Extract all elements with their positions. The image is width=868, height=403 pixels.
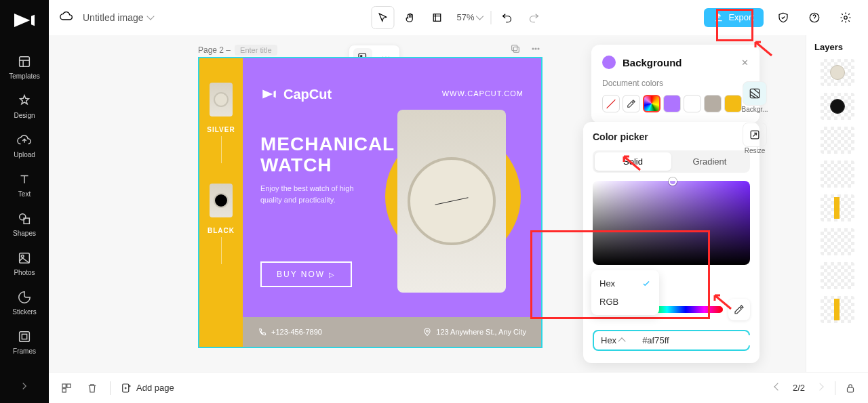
hex-input-row: Hex — [593, 330, 750, 351]
duplicate-page-button[interactable] — [510, 43, 521, 56]
trash-icon — [86, 382, 98, 394]
sidebar-label-frames: Frames — [13, 347, 36, 355]
layer-item[interactable] — [821, 93, 854, 120]
redo-button[interactable] — [523, 6, 546, 29]
buy-label: BUY NOW — [277, 270, 325, 279]
svg-point-14 — [532, 48, 534, 49]
export-button[interactable]: Export — [704, 8, 764, 27]
sidebar-item-stickers[interactable]: Stickers — [0, 283, 49, 322]
hand-tool-button[interactable] — [398, 6, 421, 29]
eyedropper-icon — [734, 304, 745, 315]
crop-tool-button[interactable] — [425, 6, 448, 29]
layer-item[interactable] — [821, 262, 854, 289]
saturation-area[interactable] — [593, 181, 750, 265]
page-label: Page 2 – Enter title — [198, 45, 277, 56]
delete-page-button[interactable] — [84, 380, 100, 396]
eyedropper-icon — [627, 99, 636, 108]
color-transparent[interactable] — [602, 95, 620, 112]
format-menu: Hex RGB — [591, 270, 659, 315]
sidebar-expand-button[interactable] — [14, 376, 35, 396]
sidebar-item-text[interactable]: Text — [0, 165, 49, 205]
svg-rect-26 — [67, 384, 71, 387]
text-icon — [17, 172, 32, 187]
tab-solid[interactable]: Solid — [595, 152, 671, 171]
design-canvas[interactable]: SILVER BLACK CapCut WWW.CAPCUT.COM MECHA… — [198, 57, 542, 348]
svg-rect-13 — [512, 45, 517, 51]
project-title[interactable]: Untitled image — [83, 12, 153, 23]
help-button[interactable] — [803, 6, 826, 29]
page-title-input[interactable]: Enter title — [235, 45, 277, 56]
resize-tool-button[interactable]: Resize — [735, 120, 774, 157]
hand-icon — [403, 12, 416, 24]
layer-item[interactable] — [821, 161, 854, 188]
layer-item[interactable] — [821, 228, 854, 255]
strip-label-silver: SILVER — [207, 126, 235, 133]
lock-button[interactable] — [842, 380, 859, 396]
select-tool-button[interactable] — [371, 6, 394, 29]
crop-icon — [431, 12, 443, 24]
cursor-icon — [376, 12, 389, 24]
headline: MECHANICAL WATCH — [260, 134, 395, 176]
color-purple[interactable] — [663, 95, 681, 112]
more-icon — [530, 43, 541, 54]
color-white[interactable] — [684, 95, 701, 112]
settings-button[interactable] — [834, 6, 857, 29]
right-tool-strip: Backgr... Resize — [735, 79, 774, 157]
hex-value-input[interactable] — [631, 335, 756, 345]
prev-page-button[interactable] — [770, 380, 786, 396]
layer-item[interactable] — [821, 127, 854, 154]
cloud-sync-button[interactable] — [60, 9, 73, 25]
picker-tabs: Solid Gradient — [593, 150, 750, 173]
sidebar-label-photos: Photos — [14, 269, 35, 276]
strip-label-black: BLACK — [208, 227, 235, 234]
sidebar-item-design[interactable]: Design — [0, 87, 49, 126]
undo-button[interactable] — [496, 6, 519, 29]
color-gray[interactable] — [704, 95, 722, 112]
undo-icon — [501, 12, 513, 24]
page-more-button[interactable] — [530, 43, 541, 56]
grid-icon — [60, 382, 73, 394]
phone-text: +123-456-7890 — [271, 328, 322, 336]
eyedropper-button[interactable] — [728, 299, 750, 320]
design-icon — [17, 93, 32, 108]
color-picker-title: Color picker — [593, 131, 750, 142]
layer-item[interactable] — [821, 59, 854, 86]
background-panel: Background ✕ Document colors — [591, 45, 760, 123]
layers-title: Layers — [812, 42, 863, 52]
pages-grid-button[interactable] — [58, 380, 75, 396]
saturation-handle[interactable] — [669, 177, 677, 186]
bottombar: Add page 2/2 — [49, 372, 868, 403]
topbar: Untitled image 57% Export — [49, 0, 868, 35]
zoom-dropdown[interactable]: 57% — [452, 12, 486, 22]
color-eyedropper[interactable] — [623, 95, 640, 112]
background-tool-button[interactable]: Backgr... — [735, 79, 774, 116]
add-page-button[interactable]: Add page — [120, 382, 174, 394]
sidebar-item-upload[interactable]: Upload — [0, 126, 49, 165]
sidebar-item-shapes[interactable]: Shapes — [0, 205, 49, 244]
background-tool-label: Backgr... — [742, 106, 768, 113]
background-panel-title: Background — [623, 57, 682, 68]
page-number-label: Page 2 – — [198, 45, 231, 55]
format-option-rgb[interactable]: RGB — [591, 293, 659, 311]
format-option-hex[interactable]: Hex — [591, 274, 659, 293]
format-selected: Hex — [601, 335, 616, 345]
page-indicator: 2/2 — [793, 383, 805, 393]
copy-icon — [510, 43, 521, 54]
color-picker-panel: Color picker Solid Gradient Hex — [583, 122, 760, 363]
sidebar-item-photos[interactable]: Photos — [0, 244, 49, 283]
layer-item[interactable] — [821, 296, 854, 323]
app-logo[interactable] — [11, 7, 38, 34]
sidebar-item-templates[interactable]: Templates — [0, 47, 49, 87]
close-background-panel-button[interactable]: ✕ — [741, 58, 749, 68]
format-dropdown[interactable]: Hex — [601, 335, 631, 345]
svg-rect-9 — [433, 14, 441, 21]
background-icon — [748, 87, 762, 100]
brand-row: CapCut — [260, 85, 332, 103]
next-page-button[interactable] — [812, 380, 828, 396]
color-picker-swatch[interactable] — [643, 95, 660, 112]
sidebar-item-frames[interactable]: Frames — [0, 322, 49, 362]
shield-button[interactable] — [772, 6, 795, 29]
layer-item[interactable] — [821, 194, 854, 221]
svg-rect-12 — [513, 47, 519, 52]
resize-icon — [748, 128, 762, 142]
